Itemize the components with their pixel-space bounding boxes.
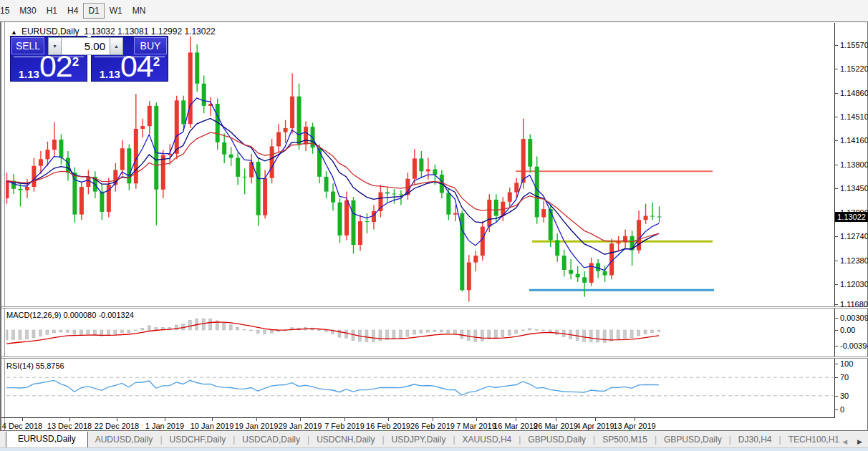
candle-body [487, 200, 491, 227]
chart-tab-tech100-h1[interactable]: TECH100,H1 [781, 432, 847, 447]
buy-price-sup: 2 [153, 56, 160, 68]
macd-histogram-bar [59, 330, 62, 332]
timeframe-buttons: 15M30H1H4D1W1MN [0, 2, 150, 19]
rsi-pane-separator[interactable] [1, 357, 868, 359]
volume-decrease-icon[interactable]: ▼ [48, 37, 62, 55]
tab-scroll-left-icon[interactable]: ◀ [842, 438, 847, 445]
macd-histogram-bar [107, 330, 110, 336]
tab-scroll-right-icon[interactable]: ▶ [857, 438, 862, 445]
one-click-trading-widget: 1.13022 1.13042 SELL BUY ▼ ▲ [10, 36, 168, 82]
macd-histogram-bar [460, 330, 463, 339]
chart-tab-gbpusd-daily[interactable]: GBPUSD,Daily [521, 432, 593, 447]
chart-tab-gbpusd-daily[interactable]: GBPUSD,Daily [657, 432, 729, 447]
candle-body [528, 139, 532, 167]
candle-body [52, 140, 57, 150]
timeframe-button-h1[interactable]: H1 [42, 3, 62, 19]
candle-body [399, 194, 403, 195]
candle-body [236, 157, 240, 176]
rsi-indicator-chart[interactable] [6, 359, 834, 417]
chart-tab-eurusd-daily[interactable]: EURUSD,Daily [6, 432, 88, 447]
macd-histogram-bar [52, 330, 55, 333]
candle-body [413, 158, 417, 178]
chart-title: ▲EURUSD,Daily 1.13032 1.13081 1.12992 1.… [11, 26, 216, 37]
time-axis-tick [117, 418, 117, 421]
timeframe-button-m30[interactable]: M30 [14, 3, 41, 19]
time-axis-tick [256, 418, 257, 421]
price-axis-label: 1.14160 [840, 136, 868, 145]
macd-histogram-bar [73, 330, 76, 334]
chart-tab-usdchf-daily[interactable]: USDCHF,Daily [163, 432, 233, 447]
macd-histogram-bar [630, 330, 633, 338]
volume-increase-icon[interactable]: ▲ [110, 37, 123, 55]
price-axis-label: 1.14860 [840, 89, 868, 97]
candle-body [324, 177, 329, 192]
timeframe-button-15[interactable]: 15 [0, 3, 14, 19]
candle-body [276, 132, 281, 147]
indicator-scale-tick [835, 364, 838, 364]
chart-tab-audusd-daily[interactable]: AUDUSD,Daily [88, 432, 160, 447]
candle-body [521, 139, 526, 183]
macd-histogram-bar [467, 330, 470, 341]
price-axis-tick [835, 188, 838, 189]
candle-body [175, 100, 179, 153]
sell-price-prefix: 1.13 [19, 69, 39, 82]
macd-histogram-bar [521, 330, 524, 331]
sell-price-sup: 2 [72, 56, 79, 68]
time-axis-tick [165, 418, 165, 421]
timeframe-button-w1[interactable]: W1 [105, 3, 127, 19]
macd-histogram-bar [529, 329, 531, 330]
price-axis-tick [835, 69, 838, 69]
candle-body [419, 158, 423, 171]
time-axis-label: 22 Dec 2018 [95, 422, 139, 430]
macd-pane-separator[interactable] [1, 306, 868, 309]
candle-body [100, 192, 104, 212]
chart-tab-usdcnh-daily[interactable]: USDCNH,Daily [309, 432, 382, 447]
indicator-scale-tick [835, 409, 838, 410]
time-axis-label: 26 Mar 2019 [534, 422, 578, 430]
candle-body [79, 187, 84, 215]
macd-histogram-bar [270, 330, 273, 333]
candle-body [365, 221, 369, 222]
price-axis-label: 1.11680 [840, 300, 868, 309]
macd-histogram-bar [494, 330, 497, 339]
candle-body [650, 216, 655, 217]
candle-body [582, 277, 587, 283]
candle-body [508, 193, 512, 202]
chart-tab-usdcad-daily[interactable]: USDCAD,Daily [235, 432, 307, 447]
time-axis-label: 13 Dec 2018 [47, 422, 92, 430]
candle-body [473, 256, 478, 262]
buy-button[interactable]: BUY [134, 37, 167, 54]
chart-tab-usdjpy-daily[interactable]: USDJPY,Daily [385, 432, 453, 447]
time-axis-label: 4 Apr 2019 [576, 422, 614, 430]
indicator-scale-label: 0 [840, 405, 844, 414]
price-axis-tick [835, 236, 838, 237]
price-axis-tick [835, 261, 838, 261]
macd-histogram-bar [345, 330, 348, 338]
indicator-scale-label: 70 [840, 373, 849, 382]
timeframe-button-h4[interactable]: H4 [62, 3, 83, 19]
candle-body [72, 173, 77, 214]
chart-tab-dj30-h4[interactable]: DJ30,H4 [731, 432, 779, 447]
candle-body [351, 200, 355, 245]
candle-body [270, 146, 274, 178]
sell-button[interactable]: SELL [11, 37, 44, 54]
macd-histogram-bar [66, 330, 69, 332]
macd-histogram-bar [583, 330, 586, 342]
time-axis-label: 29 Jan 2019 [279, 422, 322, 430]
chart-tab-xauusd-h4[interactable]: XAUUSD,H4 [455, 432, 519, 447]
sell-price-big: 02 [39, 51, 72, 82]
rsi-line [6, 380, 659, 395]
time-axis-tick [556, 418, 556, 421]
macd-histogram-bar [420, 330, 423, 334]
timeframe-button-d1[interactable]: D1 [83, 3, 104, 19]
macd-histogram-bar [501, 330, 504, 337]
candle-body [249, 162, 254, 178]
chart-tab-sp500-m15[interactable]: SP500,M15 [595, 432, 655, 447]
time-axis-label: 19 Jan 2019 [235, 422, 279, 430]
one-click-collapse-icon[interactable]: ▲ [11, 29, 17, 36]
time-axis-label: 16 Mar 2019 [493, 422, 538, 430]
candle-body [385, 193, 390, 194]
macd-histogram-bar [637, 330, 640, 336]
volume-input[interactable] [62, 37, 110, 55]
macd-histogram-bar [202, 319, 205, 330]
